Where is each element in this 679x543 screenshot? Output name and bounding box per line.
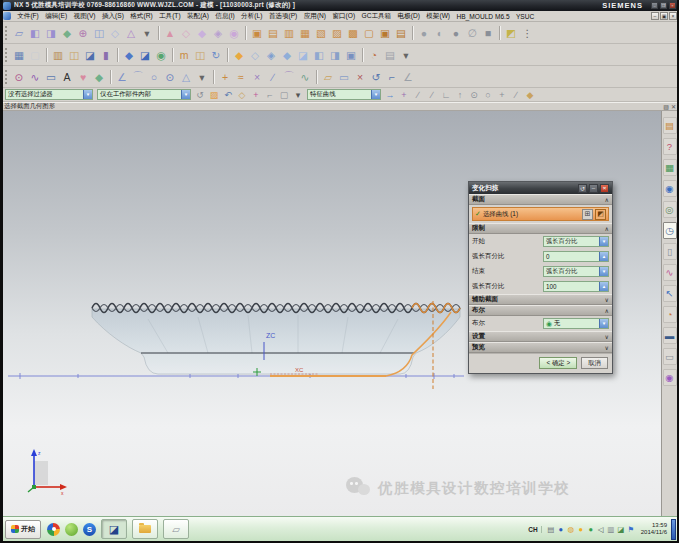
360-browser-icon[interactable] (65, 523, 78, 536)
section-curve-icon[interactable]: × (250, 69, 265, 84)
roles-icon[interactable]: ↖ (663, 285, 677, 302)
flag-tray-icon[interactable]: ⚑ (626, 524, 636, 534)
corner-icon[interactable]: ⌐ (385, 69, 400, 84)
menu-item-ysuc[interactable]: YSUC (513, 13, 538, 20)
nx-app-icon[interactable] (3, 2, 11, 10)
wireframe-icon[interactable]: ● (449, 25, 464, 40)
curve-more-icon[interactable]: ▾ (195, 69, 210, 84)
orient-view-icon[interactable]: ◆ (122, 47, 137, 62)
end-method-dropdown[interactable]: 弧长百分比 ▼ (543, 266, 609, 277)
window-restore-button[interactable]: ❐ (660, 2, 667, 9)
usb-tray-icon[interactable]: ◪ (616, 524, 626, 534)
datum-plane-icon[interactable]: ◧ (28, 25, 43, 40)
child-minimize-button[interactable]: – (651, 12, 659, 20)
child-restore-button[interactable]: ▣ (660, 12, 668, 20)
select-from-list-icon[interactable]: ▨ (208, 89, 221, 101)
sheet-body-icon[interactable]: ◇ (179, 25, 194, 40)
extrude-icon[interactable]: ◫ (92, 25, 107, 40)
tube-icon[interactable]: ◈ (211, 25, 226, 40)
input-method-indicator[interactable]: CH (528, 526, 541, 533)
close-panel-icon[interactable]: ✕ (671, 103, 676, 110)
start-button[interactable]: 开始 (5, 520, 41, 539)
boolean-dropdown[interactable]: ◉ 无 ▼ (543, 318, 609, 329)
more-options-icon[interactable]: ▾ (140, 25, 155, 40)
sketch-icon[interactable]: ▱ (12, 25, 27, 40)
palettes-icon[interactable]: ▭ (663, 348, 677, 365)
sphere-icon[interactable]: ◉ (227, 25, 242, 40)
chevron-down-icon[interactable]: ▼ (181, 90, 190, 99)
datum-axis-icon[interactable]: ◨ (44, 25, 59, 40)
hidden-edges-icon[interactable]: ∅ (465, 25, 480, 40)
selection-filter-dropdown[interactable]: 没有选择过滤器 ▼ (5, 89, 93, 100)
menu-item-tools[interactable]: 工具(T) (156, 12, 184, 21)
value-options-icon[interactable]: ▲ (599, 252, 608, 261)
patch-icon[interactable]: ▤ (394, 25, 409, 40)
selection-more-icon[interactable]: ▾ (292, 89, 305, 101)
ok-button[interactable]: < 确定 > (539, 357, 577, 369)
sketch-taskbar-button[interactable]: ▱ (163, 519, 189, 539)
bowl-body[interactable] (92, 309, 460, 374)
menu-item-window[interactable]: 窗口(O) (329, 12, 358, 21)
dialog-title-bar[interactable]: 变化扫掠 ↺ – × (469, 182, 612, 194)
help-tray-icon[interactable]: ● (556, 524, 566, 534)
constraint-navigator-icon[interactable]: ? (663, 138, 677, 155)
chevron-down-icon[interactable]: ▼ (599, 319, 608, 328)
toolbar-grip[interactable] (5, 48, 8, 62)
menu-item-file[interactable]: 文件(F) (14, 12, 42, 21)
project-curve-icon[interactable]: + (218, 69, 233, 84)
chevron-down-icon[interactable]: ▼ (599, 267, 608, 276)
subtract-icon[interactable]: ▤ (266, 25, 281, 40)
offset-curve-icon[interactable]: ∕ (266, 69, 281, 84)
back-view-icon[interactable]: ◨ (328, 47, 343, 62)
menu-item-gc-toolbox[interactable]: GC工具箱 (358, 12, 394, 21)
select-curve-row[interactable]: ✓ 选择曲线 (1) ⊞ ◩ (472, 207, 609, 221)
assembly-navigator-icon[interactable]: ▤ (663, 117, 677, 134)
cancel-button[interactable]: 取消 (581, 357, 608, 369)
dialog-close-icon[interactable]: × (600, 184, 609, 193)
child-close-button[interactable]: × (669, 12, 677, 20)
internet-explorer-icon[interactable]: ◉ (663, 180, 677, 197)
window-icon[interactable]: ◪ (83, 47, 98, 62)
value-options-icon[interactable]: ▲ (599, 282, 608, 291)
menu-item-electrode[interactable]: 电极(D) (394, 12, 423, 21)
part-navigator-icon[interactable]: ▦ (663, 159, 677, 176)
view-more-icon[interactable]: ▾ (399, 47, 414, 62)
circle-icon[interactable]: ○ (147, 69, 162, 84)
menu-item-format[interactable]: 格式(R) (127, 12, 156, 21)
group-preview[interactable]: 预览 ∨ (469, 342, 612, 353)
materials-icon[interactable]: ∿ (663, 264, 677, 281)
pole-icon[interactable]: ↑ (454, 89, 467, 101)
qq-icon[interactable] (47, 523, 60, 536)
shortcut-toolbar-icon[interactable]: ⊙ (12, 69, 27, 84)
group-boolean[interactable]: 布尔 ∧ (469, 305, 612, 316)
sogou-browser-icon[interactable]: S (83, 523, 96, 536)
join-curve-icon[interactable]: ∿ (298, 69, 313, 84)
point-constructor-icon[interactable]: ◆ (524, 89, 537, 101)
undo-selection-icon[interactable]: ↶ (222, 89, 235, 101)
curve-rule-dropdown[interactable]: 特征曲线 ▼ (307, 89, 381, 100)
snapshot-icon[interactable]: ◩ (504, 25, 519, 40)
update-tray-icon[interactable]: ◍ (566, 524, 576, 534)
ellipse-icon[interactable]: ◆ (92, 69, 107, 84)
chevron-down-icon[interactable]: ▼ (371, 90, 380, 99)
section-intent-icon[interactable]: ◩ (595, 209, 606, 220)
swept-icon[interactable]: ▲ (163, 25, 178, 40)
documents-icon[interactable]: ▯ (663, 243, 677, 260)
existing-point-icon[interactable]: + (496, 89, 509, 101)
graphics-viewport[interactable]: ZC XC z x 优胜模具设计数控培训学校 ▤?▦◉ (0, 111, 679, 516)
text-icon[interactable]: A (60, 69, 75, 84)
toolbar-grip[interactable] (5, 26, 8, 40)
templates-icon[interactable]: ▬ (663, 327, 677, 344)
end-percent-field[interactable]: 100 ▲ (543, 281, 609, 292)
bookmark-icon[interactable]: ◫ (67, 47, 82, 62)
start-method-dropdown[interactable]: 弧长百分比 ▼ (543, 236, 609, 247)
dialog-reset-icon[interactable]: ↺ (578, 184, 587, 193)
menu-item-assemblies[interactable]: 装配(A) (184, 12, 212, 21)
menu-item-moldbase[interactable]: 模架(W) (423, 12, 453, 21)
network-tray-icon[interactable]: ▥ (606, 524, 616, 534)
solid-body-filter-icon[interactable]: ◇ (236, 89, 249, 101)
mid-point-icon[interactable]: ∕ (426, 89, 439, 101)
menu-item-analysis[interactable]: 分析(L) (238, 12, 266, 21)
cone-icon[interactable]: △ (124, 25, 139, 40)
arc-center-icon[interactable]: ⊙ (468, 89, 481, 101)
